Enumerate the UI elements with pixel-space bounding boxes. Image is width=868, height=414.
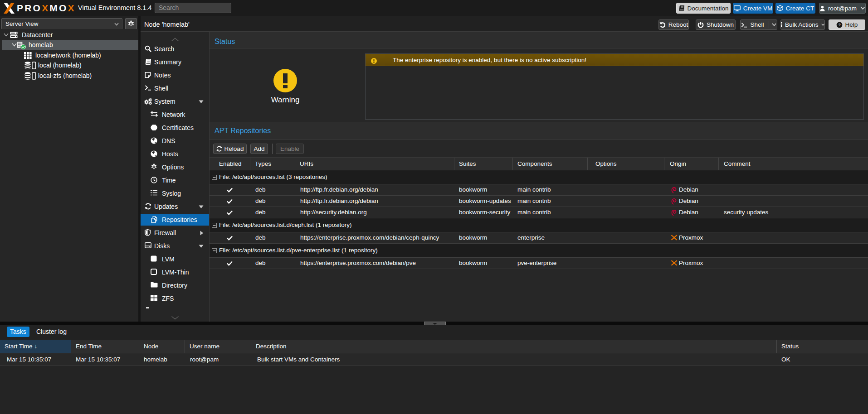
svg-text:?: ? xyxy=(838,23,841,27)
